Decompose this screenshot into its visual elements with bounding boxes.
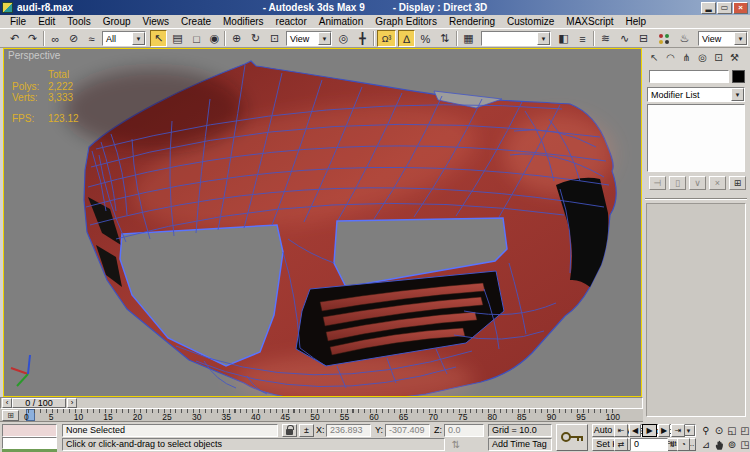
selection-filter-combo[interactable]: All ▼ (102, 31, 146, 46)
zoom-icon[interactable]: ⚲ (700, 424, 712, 437)
select-and-scale-icon[interactable]: ⊡ (266, 30, 283, 47)
layer-manager-icon[interactable]: ≋ (597, 30, 614, 47)
mini-curve-editor-icon[interactable]: ⊞ (2, 410, 19, 421)
modifier-list-combo[interactable]: Modifier List ▼ (647, 87, 745, 102)
field-of-view-icon[interactable]: ⊿ (700, 438, 712, 451)
next-frame-icon[interactable]: ▶ (658, 424, 670, 437)
named-selection-sets-icon[interactable]: ▦ (460, 30, 477, 47)
menu-item[interactable]: Views (137, 16, 176, 27)
remove-modifier-icon[interactable]: × (709, 176, 726, 190)
object-name-field[interactable] (649, 70, 729, 83)
slider-right-arrow-icon[interactable]: › (67, 398, 77, 408)
render-presets-combo[interactable]: View ▼ (698, 31, 748, 46)
menu-item[interactable]: reactor (270, 16, 313, 27)
viewport-perspective[interactable]: Perspective Total Polys: 2,222 Verts: 3,… (3, 48, 642, 397)
window-crossing-icon[interactable]: ◉ (206, 30, 223, 47)
render-setup-icon[interactable]: ♨ (676, 30, 693, 47)
track-bar[interactable]: ⊞ 05101520253035404550556065707580859095… (0, 409, 643, 422)
menu-item[interactable]: Create (175, 16, 217, 27)
menu-item[interactable]: Help (620, 16, 653, 27)
menu-item[interactable]: File (4, 16, 32, 27)
curve-editor-icon[interactable]: ∿ (616, 30, 633, 47)
angle-snap-icon[interactable]: ∆ (398, 30, 415, 47)
z-coord-field[interactable]: 0.0 (444, 424, 484, 437)
x-coord-field[interactable]: 236.893 (326, 424, 371, 437)
select-and-rotate-icon[interactable]: ↻ (247, 30, 264, 47)
slider-left-arrow-icon[interactable]: ‹ (2, 398, 12, 408)
frame-spinner-icon[interactable]: ⇅ (668, 438, 676, 451)
select-by-name-icon[interactable]: ▤ (169, 30, 186, 47)
object-color-swatch[interactable] (732, 70, 745, 83)
go-to-end-icon[interactable]: ⇥ (671, 424, 685, 437)
chevron-down-icon[interactable]: ▼ (734, 32, 747, 45)
tab-hierarchy-icon[interactable]: ⋔ (679, 50, 694, 65)
key-mode-toggle-icon[interactable]: ⇄ (614, 438, 628, 451)
viewport-label[interactable]: Perspective (8, 50, 60, 61)
go-to-start-icon[interactable]: ⇤ (614, 424, 628, 437)
absolute-offset-mode-icon[interactable]: ± (299, 424, 314, 437)
play-button[interactable]: ▶ (642, 424, 657, 437)
menu-item[interactable]: MAXScript (560, 16, 619, 27)
menu-item[interactable]: Edit (32, 16, 61, 27)
arc-rotate-icon[interactable]: ⊚ (726, 438, 738, 451)
chevron-down-icon[interactable]: ▼ (731, 88, 744, 101)
menu-item[interactable]: Customize (501, 16, 560, 27)
chevron-down-icon[interactable]: ▼ (537, 32, 550, 45)
mirror-icon[interactable]: ◧ (555, 30, 572, 47)
minmax-toggle-icon[interactable]: ◳ (739, 438, 750, 451)
configure-modifier-sets-icon[interactable]: ⊞ (729, 176, 746, 190)
selection-lock-icon[interactable] (282, 424, 297, 437)
pin-stack-icon[interactable]: ⊣ (649, 176, 666, 190)
menu-item[interactable]: Rendering (443, 16, 501, 27)
restore-button[interactable]: ▭ (717, 2, 732, 14)
make-unique-icon[interactable]: ∨ (689, 176, 706, 190)
add-time-tag-field[interactable]: Add Time Tag (488, 438, 552, 451)
zoom-all-icon[interactable]: ⊙ (713, 424, 725, 437)
select-and-link-icon[interactable]: ∞ (47, 30, 64, 47)
pan-icon[interactable] (713, 438, 725, 451)
tab-motion-icon[interactable]: ◎ (695, 50, 710, 65)
tab-create-icon[interactable]: ↖ (647, 50, 662, 65)
menu-item[interactable]: Modifiers (217, 16, 270, 27)
time-slider-thumb[interactable]: 0 / 100 (12, 398, 66, 408)
select-and-manipulate-icon[interactable]: ╋ (354, 30, 371, 47)
minimize-button[interactable]: ▂ (701, 2, 716, 14)
close-button[interactable]: × (733, 2, 748, 14)
snap-toggle-3d-icon[interactable]: Ω³ (377, 30, 396, 47)
y-coord-field[interactable]: -307.409 (385, 424, 430, 437)
tab-modify-icon[interactable]: ◠ (663, 50, 678, 65)
previous-frame-icon[interactable]: ◀ (629, 424, 641, 437)
reference-coordinate-combo[interactable]: View ▼ (286, 31, 332, 46)
spinner-snap-icon[interactable]: ⇅ (436, 30, 453, 47)
align-icon[interactable]: ≡ (574, 30, 591, 47)
select-object-icon[interactable]: ↖ (150, 30, 167, 47)
select-and-move-icon[interactable]: ⊕ (228, 30, 245, 47)
model-audi-r8-mesh[interactable] (4, 49, 641, 396)
time-config-icon[interactable]: ◔ (677, 438, 690, 451)
rectangular-selection-icon[interactable]: □ (188, 30, 205, 47)
named-selection-combo[interactable]: ▼ (481, 31, 551, 46)
time-tag-spinner-icon[interactable]: ⇅ (450, 438, 462, 451)
redo-icon[interactable]: ↷ (24, 30, 41, 47)
material-editor-icon[interactable] (655, 30, 672, 47)
show-end-result-icon[interactable]: ▯ (669, 176, 686, 190)
tab-utilities-icon[interactable]: ⚒ (727, 50, 742, 65)
time-slider-track[interactable]: ‹ 0 / 100 › (0, 397, 643, 409)
menu-item[interactable]: Group (97, 16, 137, 27)
menu-item[interactable]: Animation (313, 16, 369, 27)
menu-item[interactable]: Tools (61, 16, 96, 27)
menu-item[interactable]: Graph Editors (369, 16, 443, 27)
maxscript-listener-field[interactable] (2, 437, 57, 449)
chevron-down-icon[interactable]: ▼ (132, 32, 145, 45)
use-pivot-center-icon[interactable]: ◎ (335, 30, 352, 47)
set-keys-key-icon[interactable] (556, 424, 588, 451)
bind-to-spacewarp-icon[interactable]: ≈ (83, 30, 100, 47)
schematic-view-icon[interactable]: ⊟ (635, 30, 652, 47)
unlink-selection-icon[interactable]: ⊘ (65, 30, 82, 47)
tab-display-icon[interactable]: ⊡ (711, 50, 726, 65)
macro-recorder-field[interactable] (2, 424, 57, 437)
modifier-stack-list[interactable] (647, 104, 745, 172)
zoom-extents-all-icon[interactable]: ◰ (739, 424, 750, 437)
chevron-down-icon[interactable]: ▼ (318, 32, 331, 45)
undo-icon[interactable]: ↶ (6, 30, 23, 47)
